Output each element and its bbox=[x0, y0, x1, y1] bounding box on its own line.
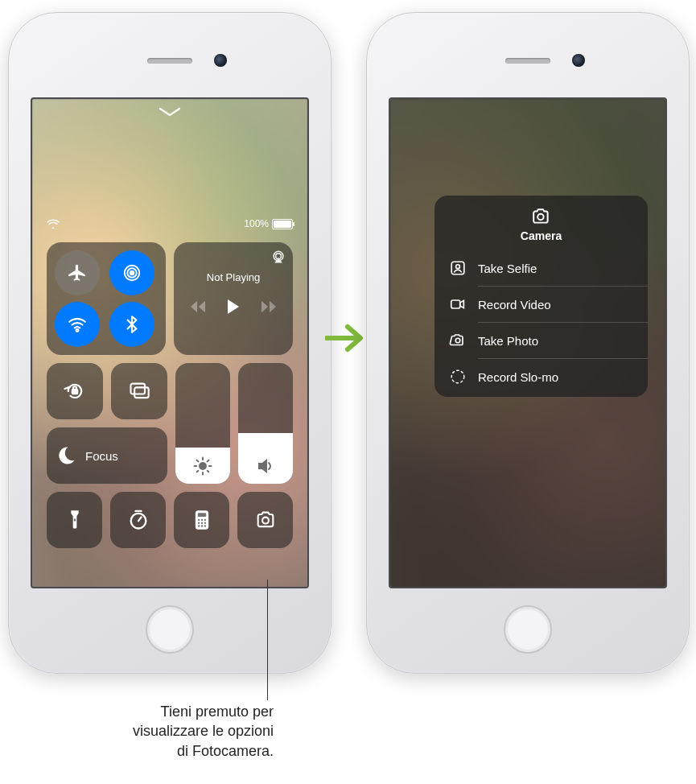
status-row: 100% bbox=[47, 218, 293, 229]
screen-left: 100% bbox=[31, 97, 309, 588]
volume-icon bbox=[256, 456, 275, 476]
earpiece bbox=[505, 58, 550, 64]
svg-rect-8 bbox=[134, 387, 149, 398]
volume-slider[interactable] bbox=[238, 363, 293, 484]
svg-rect-7 bbox=[131, 384, 146, 394]
wifi-mini-icon bbox=[47, 219, 60, 229]
camera-action-record-video[interactable]: Record Video bbox=[434, 287, 648, 322]
svg-point-39 bbox=[451, 370, 464, 383]
now-playing-label: Not Playing bbox=[180, 271, 286, 283]
camera-action-record-slomo[interactable]: Record Slo-mo bbox=[434, 359, 648, 397]
chevron-down-icon[interactable] bbox=[159, 107, 181, 118]
orientation-lock-button[interactable] bbox=[47, 363, 103, 419]
svg-point-31 bbox=[200, 525, 202, 526]
camera-button[interactable] bbox=[237, 492, 293, 548]
svg-point-33 bbox=[262, 518, 269, 524]
svg-line-14 bbox=[197, 460, 199, 462]
airplane-mode-button[interactable] bbox=[55, 250, 100, 295]
svg-point-0 bbox=[130, 271, 134, 275]
airplay-icon[interactable] bbox=[270, 249, 286, 265]
airdrop-button[interactable] bbox=[109, 250, 154, 295]
svg-point-3 bbox=[76, 329, 79, 332]
camera-action-label: Take Photo bbox=[478, 334, 538, 348]
callout-line-3: di Fotocamera. bbox=[177, 743, 274, 759]
svg-rect-23 bbox=[197, 513, 206, 517]
focus-button[interactable]: Focus bbox=[47, 427, 167, 484]
focus-label: Focus bbox=[85, 449, 118, 463]
bluetooth-button[interactable] bbox=[109, 302, 154, 347]
home-button[interactable] bbox=[504, 605, 552, 654]
callout-line-1: Tieni premuto per bbox=[161, 704, 274, 720]
flashlight-button[interactable] bbox=[47, 492, 102, 548]
svg-point-26 bbox=[204, 519, 205, 521]
svg-point-29 bbox=[204, 522, 205, 524]
control-center: Not Playing bbox=[47, 242, 293, 580]
callout-line-2: visualizzare le opzioni bbox=[133, 723, 274, 739]
svg-point-27 bbox=[197, 522, 199, 524]
device-right: Camera Take Selfie Record Video bbox=[366, 12, 690, 674]
orientation-lock-icon bbox=[64, 380, 86, 402]
svg-point-9 bbox=[200, 463, 206, 469]
svg-point-38 bbox=[455, 338, 460, 343]
wifi-button[interactable] bbox=[55, 302, 100, 347]
play-icon[interactable] bbox=[225, 298, 241, 316]
camera-action-take-photo[interactable]: Take Photo bbox=[434, 323, 648, 358]
svg-point-30 bbox=[197, 525, 199, 526]
brightness-icon bbox=[193, 456, 212, 476]
device-left: 100% bbox=[8, 12, 332, 674]
flashlight-icon bbox=[64, 509, 86, 531]
screen-mirroring-button[interactable] bbox=[111, 363, 167, 419]
camera-action-label: Record Slo-mo bbox=[478, 370, 558, 384]
svg-line-20 bbox=[138, 518, 142, 522]
callout-leader-line bbox=[267, 580, 268, 700]
svg-line-15 bbox=[208, 471, 209, 472]
earpiece bbox=[147, 58, 192, 64]
svg-rect-37 bbox=[451, 300, 460, 308]
arrow-right-icon bbox=[325, 322, 370, 354]
battery-percent: 100% bbox=[244, 218, 269, 229]
rewind-icon[interactable] bbox=[189, 299, 207, 314]
front-camera-dot bbox=[572, 54, 585, 67]
home-button[interactable] bbox=[146, 605, 194, 654]
moon-icon bbox=[55, 444, 77, 467]
video-icon bbox=[449, 295, 467, 313]
now-playing-module[interactable]: Not Playing bbox=[174, 242, 293, 355]
camera-action-take-selfie[interactable]: Take Selfie bbox=[434, 250, 648, 286]
callout-text: Tieni premuto per visualizzare le opzion… bbox=[32, 702, 274, 761]
slowmo-icon bbox=[449, 368, 467, 386]
svg-point-32 bbox=[204, 525, 205, 526]
battery-icon bbox=[272, 219, 293, 229]
camera-icon bbox=[449, 332, 467, 349]
timer-button[interactable] bbox=[110, 492, 166, 548]
svg-point-25 bbox=[200, 519, 202, 521]
front-camera-dot bbox=[214, 54, 227, 67]
camera-quick-actions: Camera Take Selfie Record Video bbox=[434, 196, 648, 397]
camera-action-label: Record Video bbox=[478, 298, 551, 312]
svg-rect-18 bbox=[73, 518, 75, 522]
svg-point-34 bbox=[537, 214, 543, 220]
timer-icon bbox=[127, 509, 150, 531]
selfie-person-icon bbox=[449, 259, 467, 277]
svg-line-17 bbox=[208, 460, 209, 462]
fast-forward-icon[interactable] bbox=[260, 299, 278, 314]
camera-action-label: Take Selfie bbox=[478, 262, 537, 275]
camera-icon bbox=[254, 509, 277, 531]
screen-mirroring-icon bbox=[128, 380, 150, 402]
connectivity-module[interactable] bbox=[47, 242, 166, 355]
svg-line-16 bbox=[197, 471, 199, 472]
camera-icon bbox=[530, 207, 553, 226]
calculator-icon bbox=[191, 509, 213, 531]
screen-right: Camera Take Selfie Record Video bbox=[389, 97, 667, 588]
svg-point-24 bbox=[197, 519, 199, 521]
brightness-slider[interactable] bbox=[175, 363, 230, 484]
camera-menu-title: Camera bbox=[521, 229, 562, 242]
svg-point-28 bbox=[200, 522, 202, 524]
svg-point-36 bbox=[456, 265, 460, 269]
calculator-button[interactable] bbox=[174, 492, 229, 548]
